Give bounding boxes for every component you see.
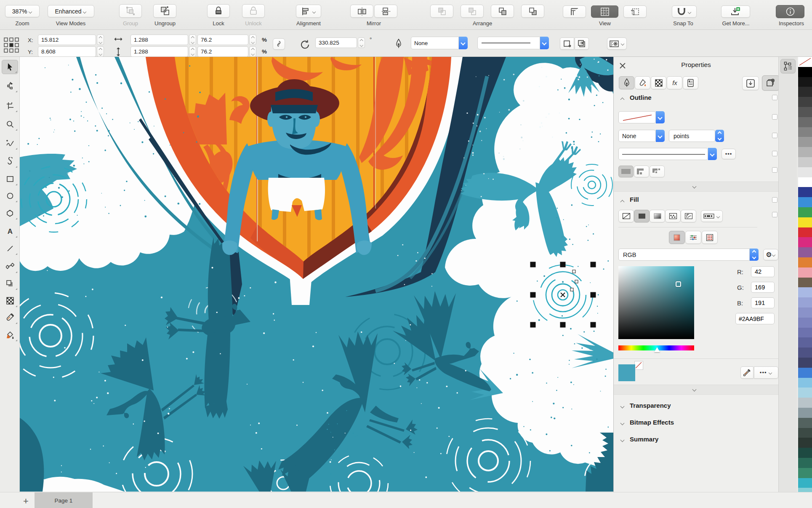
svg-text:A: A: [7, 227, 12, 235]
svg-text:fx: fx: [672, 79, 677, 86]
